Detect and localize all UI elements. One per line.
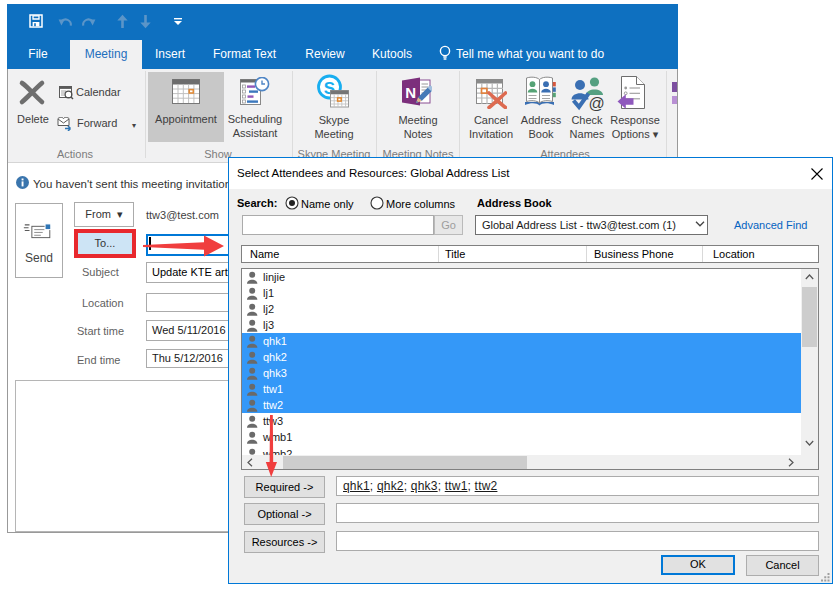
svg-text:N: N: [405, 84, 416, 101]
svg-text:@: @: [588, 95, 604, 112]
